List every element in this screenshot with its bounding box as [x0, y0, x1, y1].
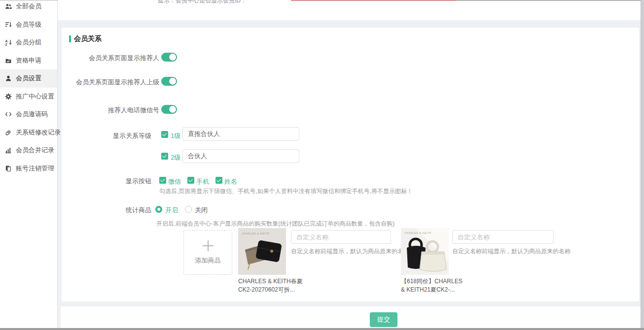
custom-name-hint-1: 自定义名称前端显示，默认为商品原来的名称 — [291, 247, 409, 256]
footer-bar — [61, 306, 641, 328]
sidebar-item-label: 账号注销管理 — [16, 164, 54, 173]
display-buttons-hint: 勾选后,页面将显示下级微信、手机号,如果个人资料中没有填写微信和绑定手机号,将不… — [159, 187, 413, 196]
sidebar-item-merge-log[interactable]: 会员合并记录 — [0, 141, 57, 160]
toggle-knob — [169, 106, 176, 113]
product-brand-text: CHARLES & KEITH — [404, 232, 431, 234]
top-error-line — [291, 0, 456, 1]
sidebar-item-label: 会员合并记录 — [16, 146, 54, 155]
add-product-label: 添加商品 — [195, 256, 221, 265]
checkbox-level-2-label[interactable]: 2级 — [171, 153, 180, 162]
radio-stats-on[interactable] — [155, 206, 162, 213]
checkbox-wechat[interactable] — [159, 177, 166, 184]
toggle-show-referrer-upline[interactable] — [161, 77, 177, 86]
product-caption-2: 【618同价】CHARLES & KEITH21夏CK2-... — [401, 277, 486, 294]
member-relation-card: 会员关系 会员关系页面显示推荐人 会员关系页面显示推荐人上级 推荐人电话微信号 … — [62, 28, 639, 301]
checkbox-name[interactable] — [215, 177, 222, 184]
display-buttons-label: 显示按钮 — [62, 177, 151, 186]
level-2-name-input[interactable] — [182, 149, 299, 163]
submit-button[interactable]: 提交 — [370, 312, 397, 327]
custom-name-input-1[interactable] — [291, 230, 391, 244]
sidebar-item-member-groups[interactable]: AZ 会员分组 — [0, 33, 57, 52]
plus-icon — [203, 240, 214, 251]
sidebar-item-member-settings[interactable]: 会员设置 — [0, 69, 57, 88]
checkbox-name-label[interactable]: 姓名 — [224, 177, 237, 186]
stats-products-hint: 开启后,前端会员中心-客户显示商品的购买数量(统计团队已完成订单的商品数量，包含… — [156, 220, 394, 228]
sidebar-item-relation-chain-log[interactable]: 关系链修改记录 — [0, 124, 57, 142]
svg-text:A: A — [5, 39, 7, 43]
level-1-name-input[interactable] — [182, 127, 299, 141]
sidebar-item-label: 资格申请 — [16, 56, 41, 65]
window-top-edge-right — [456, 0, 641, 1]
checkbox-level-2[interactable] — [161, 153, 168, 160]
checkbox-wechat-label[interactable]: 微信 — [168, 177, 181, 186]
sidebar-menu: 全部会员 会员等级 AZ 会员分组 资格申请 — [0, 0, 57, 177]
users-icon — [4, 3, 12, 10]
sidebar-item-label: 全部会员 — [16, 2, 41, 11]
vertical-scrollbar[interactable] — [641, 0, 644, 328]
checkbox-phone-label[interactable]: 手机 — [196, 177, 209, 186]
window-bottom-edge — [0, 328, 644, 330]
toggle-label-show-referrer-upline: 会员关系页面显示推荐人上级 — [62, 78, 159, 87]
radio-stats-on-label[interactable]: 开启 — [165, 206, 178, 215]
toggle-knob — [169, 54, 176, 61]
member-settings-icon — [4, 75, 12, 82]
sidebar-item-member-levels[interactable]: 会员等级 — [0, 16, 57, 34]
sort-groups-icon: AZ — [4, 39, 12, 46]
sidebar-item-label: 会员分组 — [16, 38, 41, 47]
product-brand-text: CHARLES & KEITH — [242, 232, 269, 235]
toggle-label-referrer-phone-wechat: 推荐人电话微信号 — [62, 106, 159, 115]
sidebar-item-label: 会员邀请码 — [16, 110, 48, 119]
section-title-text: 会员关系 — [74, 34, 102, 43]
sidebar-item-label: 会员设置 — [16, 74, 41, 83]
toggle-show-referrer[interactable] — [161, 53, 177, 62]
link-icon — [4, 129, 12, 136]
stats-products-label: 统计商品 — [62, 206, 151, 215]
section-title-bar — [69, 35, 71, 42]
toggle-knob — [169, 78, 176, 85]
toggle-label-show-referrer: 会员关系页面显示推荐人 — [62, 54, 159, 63]
sidebar-item-promotion-settings[interactable]: 推广中心设置 — [0, 88, 57, 106]
radio-stats-off[interactable] — [185, 206, 192, 213]
document-icon — [4, 165, 12, 172]
checkbox-level-1[interactable] — [161, 131, 168, 138]
product-image-1: CHARLES & KEITH — [238, 228, 286, 275]
checkbox-phone[interactable] — [187, 177, 194, 184]
sidebar-item-label: 会员等级 — [16, 20, 41, 29]
member-settings-page: 提示：会员中心是否显示会员ID： 全部会员 会员等级 AZ — [0, 0, 644, 330]
qualification-icon — [4, 57, 12, 64]
toggle-referrer-phone-wechat[interactable] — [161, 105, 177, 114]
custom-name-input-2[interactable] — [452, 230, 554, 244]
sort-levels-icon — [4, 21, 12, 28]
code-icon — [4, 111, 12, 118]
section-title: 会员关系 — [69, 34, 102, 43]
custom-name-hint-2: 自定义名称前端显示，默认为商品原来的名称 — [452, 247, 571, 256]
bar-chart-icon — [4, 147, 12, 154]
product-caption-1: CHARLES & KEITH春夏 CK2-20270602可拆... — [238, 277, 323, 294]
sidebar-item-label: 推广中心设置 — [16, 92, 54, 101]
add-product-button[interactable]: 添加商品 — [183, 230, 232, 275]
gear-icon — [4, 93, 12, 100]
sidebar-item-invite-code[interactable]: 会员邀请码 — [0, 105, 57, 124]
product-image-2: CHARLES & KEITH — [401, 228, 449, 275]
radio-stats-off-label[interactable]: 关闭 — [195, 206, 208, 215]
sidebar-item-all-members[interactable]: 全部会员 — [0, 0, 57, 16]
top-strip: 提示：会员中心是否显示会员ID： — [58, 0, 641, 20]
sidebar-item-label: 关系链修改记录 — [16, 128, 61, 137]
sidebar: 全部会员 会员等级 AZ 会员分组 资格申请 — [0, 0, 58, 328]
sidebar-item-account-cancellation[interactable]: 账号注销管理 — [0, 160, 57, 178]
sidebar-item-qualification[interactable]: 资格申请 — [0, 52, 57, 70]
clipped-hint-text: 提示：会员中心是否显示会员ID： — [158, 0, 247, 5]
relation-levels-label: 显示关系等级 — [62, 132, 151, 140]
svg-text:Z: Z — [5, 43, 7, 46]
checkbox-level-1-label[interactable]: 1级 — [171, 132, 180, 140]
